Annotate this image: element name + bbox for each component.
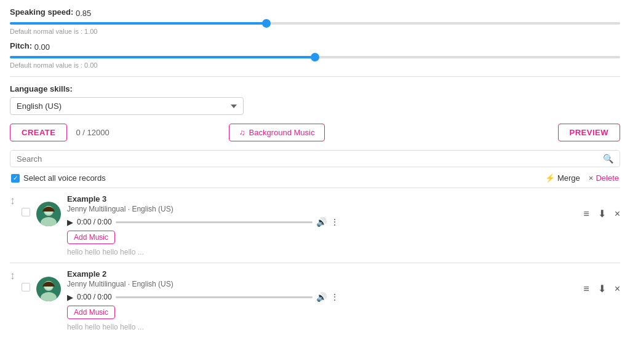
record-subtitle-1: Jenny Multilingual · English (US) <box>67 205 577 213</box>
search-bar: 🔍 <box>10 150 620 167</box>
audio-time-1: 0:00 / 0:00 <box>77 218 112 226</box>
record-card-1: ↕ Example 3 Jenny Multilingual · English… <box>10 188 620 263</box>
avatar-1 <box>36 202 61 226</box>
close-icon-1[interactable]: × <box>615 208 620 220</box>
record-card-2: ↕ Example 2 Jenny Multilingual · English… <box>10 263 620 338</box>
background-music-button[interactable]: ♫ Background Music <box>229 124 325 141</box>
record-checkbox-1[interactable] <box>22 208 30 216</box>
pitch-fill <box>10 56 315 58</box>
language-select[interactable]: English (US) English (UK) Spanish French… <box>10 97 244 115</box>
svg-point-1 <box>41 217 57 226</box>
drag-handle-1[interactable]: ↕ <box>10 194 15 207</box>
close-icon-2[interactable]: × <box>615 283 620 295</box>
download-icon-1[interactable]: ⬇ <box>598 208 606 220</box>
preview-button[interactable]: PREVIEW <box>558 124 620 141</box>
speaking-speed-hint: Default normal value is : 1.00 <box>10 28 620 35</box>
pitch-label: Pitch: <box>10 41 32 50</box>
download-icon-2[interactable]: ⬇ <box>598 283 606 295</box>
select-all-checkbox[interactable] <box>11 174 20 183</box>
merge-icon: ⚡ <box>545 173 555 183</box>
speaking-speed-fill <box>10 22 266 25</box>
select-all-left: Select all voice records <box>11 173 106 183</box>
record-info-2: Example 2 Jenny Multilingual · English (… <box>67 269 577 331</box>
list-icon-2[interactable]: ≡ <box>583 283 589 295</box>
record-title-2: Example 2 <box>67 269 577 279</box>
more-icon-2[interactable]: ⋮ <box>330 292 339 302</box>
pitch-thumb[interactable] <box>311 53 319 61</box>
language-label: Language skills: <box>10 84 620 93</box>
char-count: 0 / 12000 <box>76 128 109 137</box>
svg-point-4 <box>41 292 57 301</box>
record-info-1: Example 3 Jenny Multilingual · English (… <box>67 194 577 256</box>
music-note-icon: ♫ <box>239 128 245 137</box>
speaking-speed-thumb[interactable] <box>262 19 271 28</box>
create-button[interactable]: CREATE <box>10 124 67 141</box>
delete-icon: × <box>589 173 594 183</box>
record-actions-1: ≡ ⬇ × <box>583 208 620 220</box>
select-all-bar: Select all voice records ⚡ Merge × Delet… <box>10 173 620 183</box>
audio-track-1[interactable] <box>116 221 313 223</box>
record-actions-2: ≡ ⬇ × <box>583 283 620 295</box>
record-checkbox-2[interactable] <box>22 283 30 291</box>
speaking-speed-label: Speaking speed: <box>10 7 73 17</box>
volume-icon-2[interactable]: 🔊 <box>316 292 327 302</box>
add-music-button-1[interactable]: Add Music <box>67 231 115 244</box>
more-icon-1[interactable]: ⋮ <box>330 217 339 227</box>
search-input[interactable] <box>17 154 603 164</box>
record-subtitle-2: Jenny Multilingual · English (US) <box>67 280 577 288</box>
add-music-button-2[interactable]: Add Music <box>67 306 115 319</box>
record-text-2: hello hello hello hello ... <box>67 323 577 331</box>
audio-player-2: ▶ 0:00 / 0:00 🔊 ⋮ <box>67 292 577 302</box>
play-button-1[interactable]: ▶ <box>67 218 73 227</box>
audio-player-1: ▶ 0:00 / 0:00 🔊 ⋮ <box>67 217 577 227</box>
speaking-speed-value: 0.85 <box>76 9 91 18</box>
record-text-1: hello hello hello hello ... <box>67 248 577 256</box>
play-button-2[interactable]: ▶ <box>67 293 73 302</box>
pitch-hint: Default normal value is : 0.00 <box>10 61 620 69</box>
merge-button[interactable]: ⚡ Merge <box>545 173 580 183</box>
action-bar: CREATE 0 / 12000 ♫ Background Music PREV… <box>10 124 620 141</box>
audio-time-2: 0:00 / 0:00 <box>77 293 112 301</box>
pitch-value: 0.00 <box>34 42 50 52</box>
audio-track-2[interactable] <box>116 296 313 298</box>
avatar-2 <box>36 277 61 301</box>
search-icon: 🔍 <box>603 154 613 164</box>
list-icon-1[interactable]: ≡ <box>583 208 589 220</box>
select-all-right: ⚡ Merge × Delete <box>545 173 619 183</box>
divider-1 <box>10 76 620 77</box>
delete-button[interactable]: × Delete <box>589 173 619 183</box>
select-all-text: Select all voice records <box>23 173 106 183</box>
volume-icon-1[interactable]: 🔊 <box>316 217 327 227</box>
drag-handle-2[interactable]: ↕ <box>10 269 15 282</box>
record-title-1: Example 3 <box>67 194 577 204</box>
